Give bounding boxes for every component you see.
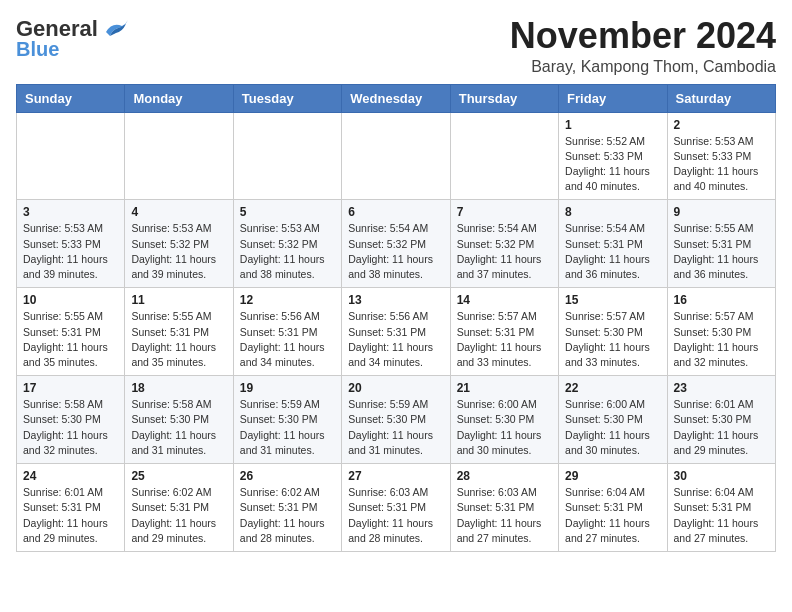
day-number: 29	[565, 469, 660, 483]
day-number: 13	[348, 293, 443, 307]
calendar-day-cell: 2Sunrise: 5:53 AM Sunset: 5:33 PM Daylig…	[667, 112, 775, 200]
day-info: Sunrise: 5:56 AM Sunset: 5:31 PM Dayligh…	[348, 309, 443, 370]
day-info: Sunrise: 6:04 AM Sunset: 5:31 PM Dayligh…	[674, 485, 769, 546]
calendar-day-cell: 8Sunrise: 5:54 AM Sunset: 5:31 PM Daylig…	[559, 200, 667, 288]
day-info: Sunrise: 6:03 AM Sunset: 5:31 PM Dayligh…	[457, 485, 552, 546]
day-info: Sunrise: 6:02 AM Sunset: 5:31 PM Dayligh…	[131, 485, 226, 546]
day-number: 27	[348, 469, 443, 483]
calendar-day-cell: 24Sunrise: 6:01 AM Sunset: 5:31 PM Dayli…	[17, 464, 125, 552]
calendar-day-cell: 20Sunrise: 5:59 AM Sunset: 5:30 PM Dayli…	[342, 376, 450, 464]
calendar-day-cell: 17Sunrise: 5:58 AM Sunset: 5:30 PM Dayli…	[17, 376, 125, 464]
calendar-day-cell: 3Sunrise: 5:53 AM Sunset: 5:33 PM Daylig…	[17, 200, 125, 288]
day-info: Sunrise: 6:01 AM Sunset: 5:30 PM Dayligh…	[674, 397, 769, 458]
day-number: 6	[348, 205, 443, 219]
day-info: Sunrise: 5:53 AM Sunset: 5:32 PM Dayligh…	[131, 221, 226, 282]
calendar-week-row: 24Sunrise: 6:01 AM Sunset: 5:31 PM Dayli…	[17, 464, 776, 552]
day-info: Sunrise: 5:57 AM Sunset: 5:31 PM Dayligh…	[457, 309, 552, 370]
day-number: 8	[565, 205, 660, 219]
day-info: Sunrise: 5:58 AM Sunset: 5:30 PM Dayligh…	[23, 397, 118, 458]
month-title: November 2024	[510, 16, 776, 56]
day-number: 21	[457, 381, 552, 395]
weekday-header-monday: Monday	[125, 84, 233, 112]
day-info: Sunrise: 5:56 AM Sunset: 5:31 PM Dayligh…	[240, 309, 335, 370]
day-info: Sunrise: 6:03 AM Sunset: 5:31 PM Dayligh…	[348, 485, 443, 546]
day-info: Sunrise: 5:53 AM Sunset: 5:33 PM Dayligh…	[674, 134, 769, 195]
weekday-header-thursday: Thursday	[450, 84, 558, 112]
day-number: 2	[674, 118, 769, 132]
day-info: Sunrise: 5:55 AM Sunset: 5:31 PM Dayligh…	[23, 309, 118, 370]
day-info: Sunrise: 5:53 AM Sunset: 5:33 PM Dayligh…	[23, 221, 118, 282]
day-number: 26	[240, 469, 335, 483]
location-subtitle: Baray, Kampong Thom, Cambodia	[510, 58, 776, 76]
day-info: Sunrise: 6:01 AM Sunset: 5:31 PM Dayligh…	[23, 485, 118, 546]
calendar-week-row: 17Sunrise: 5:58 AM Sunset: 5:30 PM Dayli…	[17, 376, 776, 464]
calendar-day-cell: 15Sunrise: 5:57 AM Sunset: 5:30 PM Dayli…	[559, 288, 667, 376]
weekday-header-tuesday: Tuesday	[233, 84, 341, 112]
calendar-day-cell: 27Sunrise: 6:03 AM Sunset: 5:31 PM Dayli…	[342, 464, 450, 552]
day-number: 14	[457, 293, 552, 307]
day-info: Sunrise: 6:00 AM Sunset: 5:30 PM Dayligh…	[565, 397, 660, 458]
day-info: Sunrise: 6:00 AM Sunset: 5:30 PM Dayligh…	[457, 397, 552, 458]
weekday-header-friday: Friday	[559, 84, 667, 112]
calendar-day-cell: 12Sunrise: 5:56 AM Sunset: 5:31 PM Dayli…	[233, 288, 341, 376]
day-number: 5	[240, 205, 335, 219]
day-number: 9	[674, 205, 769, 219]
calendar-week-row: 1Sunrise: 5:52 AM Sunset: 5:33 PM Daylig…	[17, 112, 776, 200]
calendar-day-cell: 11Sunrise: 5:55 AM Sunset: 5:31 PM Dayli…	[125, 288, 233, 376]
logo-bird-icon	[102, 18, 130, 40]
day-number: 19	[240, 381, 335, 395]
calendar-day-cell: 30Sunrise: 6:04 AM Sunset: 5:31 PM Dayli…	[667, 464, 775, 552]
day-number: 11	[131, 293, 226, 307]
day-number: 15	[565, 293, 660, 307]
day-info: Sunrise: 5:57 AM Sunset: 5:30 PM Dayligh…	[674, 309, 769, 370]
day-number: 18	[131, 381, 226, 395]
day-number: 4	[131, 205, 226, 219]
day-number: 17	[23, 381, 118, 395]
calendar-day-cell: 1Sunrise: 5:52 AM Sunset: 5:33 PM Daylig…	[559, 112, 667, 200]
day-number: 12	[240, 293, 335, 307]
calendar-day-cell: 13Sunrise: 5:56 AM Sunset: 5:31 PM Dayli…	[342, 288, 450, 376]
calendar-week-row: 10Sunrise: 5:55 AM Sunset: 5:31 PM Dayli…	[17, 288, 776, 376]
weekday-header-sunday: Sunday	[17, 84, 125, 112]
calendar-day-cell: 10Sunrise: 5:55 AM Sunset: 5:31 PM Dayli…	[17, 288, 125, 376]
day-number: 30	[674, 469, 769, 483]
day-number: 10	[23, 293, 118, 307]
day-info: Sunrise: 5:57 AM Sunset: 5:30 PM Dayligh…	[565, 309, 660, 370]
day-number: 3	[23, 205, 118, 219]
day-info: Sunrise: 5:54 AM Sunset: 5:32 PM Dayligh…	[348, 221, 443, 282]
calendar-table: SundayMondayTuesdayWednesdayThursdayFrid…	[16, 84, 776, 552]
day-number: 25	[131, 469, 226, 483]
day-info: Sunrise: 6:02 AM Sunset: 5:31 PM Dayligh…	[240, 485, 335, 546]
day-number: 28	[457, 469, 552, 483]
day-info: Sunrise: 5:54 AM Sunset: 5:32 PM Dayligh…	[457, 221, 552, 282]
day-info: Sunrise: 5:58 AM Sunset: 5:30 PM Dayligh…	[131, 397, 226, 458]
day-number: 16	[674, 293, 769, 307]
calendar-day-cell: 23Sunrise: 6:01 AM Sunset: 5:30 PM Dayli…	[667, 376, 775, 464]
empty-cell	[17, 112, 125, 200]
calendar-day-cell: 19Sunrise: 5:59 AM Sunset: 5:30 PM Dayli…	[233, 376, 341, 464]
weekday-header-row: SundayMondayTuesdayWednesdayThursdayFrid…	[17, 84, 776, 112]
calendar-day-cell: 5Sunrise: 5:53 AM Sunset: 5:32 PM Daylig…	[233, 200, 341, 288]
logo-blue-text: Blue	[16, 38, 59, 61]
calendar-week-row: 3Sunrise: 5:53 AM Sunset: 5:33 PM Daylig…	[17, 200, 776, 288]
day-info: Sunrise: 5:54 AM Sunset: 5:31 PM Dayligh…	[565, 221, 660, 282]
calendar-day-cell: 7Sunrise: 5:54 AM Sunset: 5:32 PM Daylig…	[450, 200, 558, 288]
day-info: Sunrise: 5:55 AM Sunset: 5:31 PM Dayligh…	[131, 309, 226, 370]
day-number: 23	[674, 381, 769, 395]
day-number: 1	[565, 118, 660, 132]
day-number: 7	[457, 205, 552, 219]
calendar-day-cell: 16Sunrise: 5:57 AM Sunset: 5:30 PM Dayli…	[667, 288, 775, 376]
empty-cell	[233, 112, 341, 200]
empty-cell	[342, 112, 450, 200]
weekday-header-saturday: Saturday	[667, 84, 775, 112]
day-info: Sunrise: 5:52 AM Sunset: 5:33 PM Dayligh…	[565, 134, 660, 195]
day-number: 24	[23, 469, 118, 483]
calendar-day-cell: 28Sunrise: 6:03 AM Sunset: 5:31 PM Dayli…	[450, 464, 558, 552]
calendar-day-cell: 18Sunrise: 5:58 AM Sunset: 5:30 PM Dayli…	[125, 376, 233, 464]
day-info: Sunrise: 5:53 AM Sunset: 5:32 PM Dayligh…	[240, 221, 335, 282]
title-block: November 2024 Baray, Kampong Thom, Cambo…	[510, 16, 776, 76]
empty-cell	[125, 112, 233, 200]
day-number: 22	[565, 381, 660, 395]
day-info: Sunrise: 5:55 AM Sunset: 5:31 PM Dayligh…	[674, 221, 769, 282]
calendar-day-cell: 25Sunrise: 6:02 AM Sunset: 5:31 PM Dayli…	[125, 464, 233, 552]
